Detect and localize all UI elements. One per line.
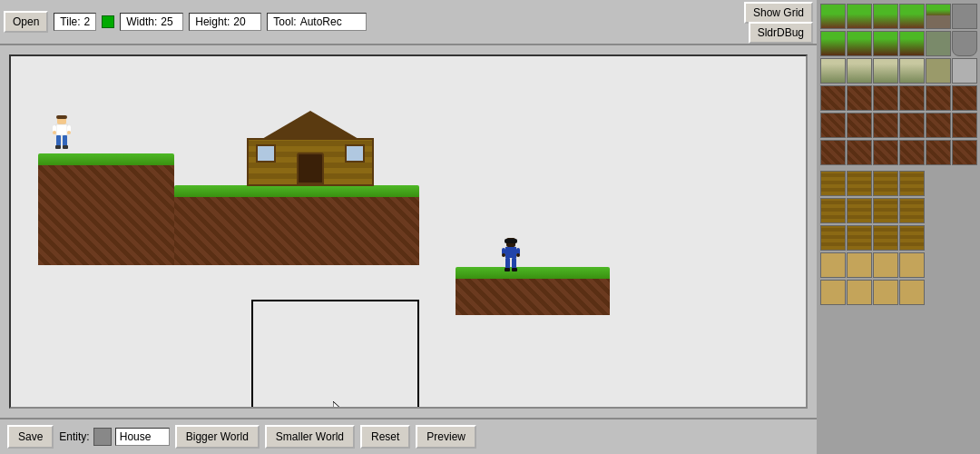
tile-r3-1[interactable]: [820, 58, 846, 84]
preview-button[interactable]: Preview: [416, 425, 476, 449]
svg-rect-12: [505, 239, 517, 243]
entity-box: Entity:: [59, 428, 169, 446]
tile-dirt-16[interactable]: [899, 140, 925, 165]
tile-label: Tile:: [60, 15, 80, 28]
entity-label: Entity:: [59, 430, 89, 443]
tile-r2-1[interactable]: [820, 31, 846, 56]
tile-wood-7[interactable]: [873, 198, 898, 223]
tile-dirt-2[interactable]: [847, 85, 872, 111]
save-button[interactable]: Save: [7, 425, 54, 449]
tile-r3-6[interactable]: [952, 58, 977, 84]
svg-rect-18: [505, 258, 510, 269]
tile-dirt-15[interactable]: [873, 140, 898, 165]
grass-top-center: [174, 185, 419, 197]
tile-dirt-1[interactable]: [820, 85, 846, 111]
character-right: [501, 238, 521, 281]
svg-rect-7: [56, 135, 61, 146]
svg-rect-9: [55, 145, 61, 149]
tile-dirt-4[interactable]: [899, 85, 925, 111]
tile-dirt-12[interactable]: [952, 113, 977, 138]
tile-r2-2[interactable]: [847, 31, 872, 56]
show-grid-button[interactable]: Show Grid: [744, 2, 813, 24]
tile-wood-6[interactable]: [847, 198, 872, 223]
tile-lwood-6[interactable]: [847, 280, 872, 305]
tile-r2-5[interactable]: [926, 31, 951, 56]
bottom-toolbar: Save Entity: Bigger World Smaller World …: [0, 418, 817, 454]
tile-r3-5[interactable]: [926, 58, 951, 84]
height-label: Height:: [195, 15, 230, 28]
sldrdbug-button[interactable]: SldrDBug: [749, 22, 813, 44]
tile-r3-4[interactable]: [899, 58, 925, 84]
entity-input[interactable]: [115, 428, 170, 446]
tile-wood-12[interactable]: [899, 225, 925, 251]
tile-wood-9[interactable]: [820, 225, 846, 251]
tile-grass-1[interactable]: [820, 4, 846, 29]
svg-point-17: [516, 253, 520, 257]
tile-wood-8[interactable]: [899, 198, 925, 223]
width-label: Width:: [126, 15, 157, 28]
tile-dirt-14[interactable]: [847, 140, 872, 165]
tile-dirt-18[interactable]: [952, 140, 977, 165]
bigger-world-button[interactable]: Bigger World: [175, 425, 260, 449]
tile-lwood-5[interactable]: [820, 280, 846, 305]
tile-arch-1[interactable]: [926, 4, 951, 29]
tile-dirt-5[interactable]: [926, 85, 951, 111]
tile-wood-4[interactable]: [899, 171, 925, 196]
entity-thumbnail: [93, 428, 112, 446]
tile-dirt-17[interactable]: [926, 140, 951, 165]
tile-dirt-9[interactable]: [873, 113, 898, 138]
tile-dirt-8[interactable]: [847, 113, 872, 138]
tile-grass-2[interactable]: [847, 4, 872, 29]
tile-lwood-4[interactable]: [899, 252, 925, 278]
tile-wood-5[interactable]: [820, 198, 846, 223]
svg-rect-20: [505, 268, 510, 271]
selection-rectangle: [251, 300, 419, 409]
svg-rect-1: [56, 115, 67, 119]
tile-wood-10[interactable]: [847, 225, 872, 251]
house-sprite: [247, 111, 374, 186]
tile-dirt-3[interactable]: [873, 85, 898, 111]
tile-dirt-10[interactable]: [899, 113, 925, 138]
smaller-world-button[interactable]: Smaller World: [265, 425, 355, 449]
tile-grass-4[interactable]: [899, 4, 925, 29]
tile-wood-11[interactable]: [873, 225, 898, 251]
tile-r3-2[interactable]: [847, 58, 872, 84]
height-value: 20: [233, 15, 245, 28]
reset-button[interactable]: Reset: [360, 425, 410, 449]
tile-r2-6[interactable]: [952, 31, 977, 56]
tool-label: Tool:: [273, 15, 296, 28]
tile-grass-3[interactable]: [873, 4, 898, 29]
character-right-svg: [501, 238, 521, 278]
canvas-container: [0, 45, 817, 418]
platform-left: [38, 165, 174, 265]
tile-r3-3[interactable]: [873, 58, 898, 84]
tile-lwood-1[interactable]: [820, 252, 846, 278]
tile-dirt-13[interactable]: [820, 140, 846, 165]
tile-dirt-6[interactable]: [952, 85, 977, 111]
svg-point-16: [502, 253, 505, 257]
svg-point-5: [53, 131, 56, 134]
tile-lwood-2[interactable]: [847, 252, 872, 278]
tile-arch-2[interactable]: [952, 4, 977, 29]
top-toolbar: Open Tile: 2 Width: 25 Height: 20 Tool: …: [0, 0, 817, 45]
svg-rect-10: [63, 145, 68, 149]
tile-r2-3[interactable]: [873, 31, 898, 56]
svg-point-6: [67, 131, 71, 134]
svg-rect-21: [512, 268, 517, 271]
tile-wood-3[interactable]: [873, 171, 898, 196]
tile-dirt-7[interactable]: [820, 113, 846, 138]
svg-rect-19: [512, 258, 516, 269]
tile-lwood-7[interactable]: [873, 280, 898, 305]
tile-lwood-8[interactable]: [899, 280, 925, 305]
tile-dirt-11[interactable]: [926, 113, 951, 138]
tile-wood-1[interactable]: [820, 171, 846, 196]
tile-wood-2[interactable]: [847, 171, 872, 196]
house-window-left: [256, 144, 276, 163]
house-door: [297, 153, 324, 184]
open-button[interactable]: Open: [4, 11, 48, 33]
tool-value: AutoRec: [300, 15, 342, 28]
svg-rect-2: [56, 124, 67, 135]
tile-r2-4[interactable]: [899, 31, 925, 56]
tile-lwood-3[interactable]: [873, 252, 898, 278]
canvas-area[interactable]: [9, 54, 808, 409]
